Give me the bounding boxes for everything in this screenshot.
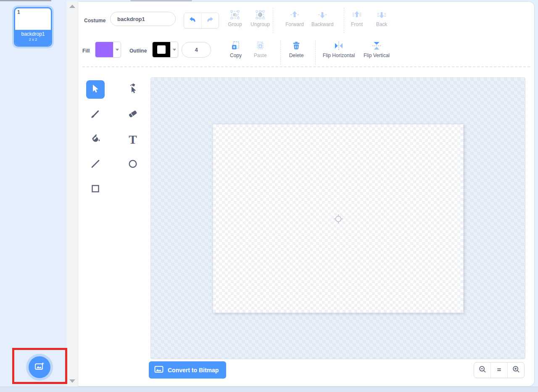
tool-brush[interactable] [86, 105, 105, 124]
stage-area[interactable] [213, 124, 464, 313]
tool-circle[interactable] [124, 155, 142, 174]
tool-line[interactable] [86, 155, 105, 174]
tool-rectangle[interactable] [86, 180, 105, 199]
forward-icon [289, 9, 300, 20]
text-tool-icon: T [129, 134, 137, 146]
backdrop-thumbnail-selected[interactable]: 1 backdrop1 2 x 2 [12, 5, 54, 48]
flip-horizontal-button[interactable]: Flip Horizontal [319, 40, 358, 64]
paint-editor-panel: Costume Group [78, 1, 535, 387]
copy-icon [230, 40, 241, 51]
redo-icon [206, 15, 215, 26]
select-cursor-icon [90, 84, 100, 95]
outline-label: Outline [129, 48, 147, 54]
backdrop-index: 1 [17, 9, 20, 15]
zoom-in-button[interactable] [507, 363, 524, 378]
tool-reshape[interactable] [124, 80, 142, 99]
front-label: Front [351, 21, 363, 27]
group-label: Group [228, 21, 242, 27]
toolbar-separator [82, 66, 530, 67]
paste-label: Paste [254, 53, 267, 58]
sidebar-scrollbar[interactable] [66, 1, 78, 387]
ungroup-label: Ungroup [251, 21, 270, 27]
separator [315, 40, 316, 65]
costume-label: Costume [84, 18, 105, 24]
chevron-down-icon [173, 49, 176, 51]
backdrop-sidebar: 1 backdrop1 2 x 2 [0, 1, 66, 387]
back-label: Back [376, 21, 388, 27]
outline-color-value [153, 42, 170, 57]
ungroup-button[interactable]: Ungroup [248, 9, 272, 33]
canvas-center-crosshair-icon [332, 213, 345, 227]
front-button[interactable]: Front [345, 9, 369, 33]
outline-color-swatch[interactable] [152, 42, 178, 58]
choose-backdrop-button[interactable] [26, 354, 53, 381]
line-icon [90, 159, 100, 171]
delete-button[interactable]: Delete [285, 40, 308, 64]
circle-icon [128, 159, 138, 171]
costume-name-input[interactable] [110, 12, 176, 26]
zoom-in-icon [512, 365, 521, 376]
tool-eraser[interactable] [124, 105, 142, 124]
copy-label: Copy [230, 53, 242, 58]
front-icon [351, 9, 362, 20]
scroll-down-icon[interactable] [69, 379, 75, 383]
backward-label: Backward [311, 21, 334, 27]
separator [344, 8, 344, 33]
backdrop-image-icon [34, 360, 45, 374]
convert-to-bitmap-button[interactable]: Convert to Bitmap [149, 361, 226, 379]
fill-dropdown[interactable] [113, 42, 121, 57]
chevron-down-icon [116, 49, 119, 51]
flip-horizontal-label: Flip Horizontal [323, 53, 355, 58]
scroll-up-icon[interactable] [69, 5, 75, 8]
group-icon [229, 9, 240, 20]
tool-select[interactable] [86, 80, 105, 99]
paste-icon [255, 40, 266, 51]
separator [273, 8, 273, 33]
copy-button[interactable]: Copy [224, 40, 248, 64]
zoom-out-button[interactable] [474, 363, 491, 378]
forward-button[interactable]: Forward [282, 9, 307, 33]
flip-vertical-button[interactable]: Flip Vertical [358, 40, 395, 64]
window-bottom-strip [0, 387, 538, 392]
zoom-reset-icon: = [497, 366, 501, 374]
group-button[interactable]: Group [223, 9, 247, 33]
brush-icon [90, 108, 101, 121]
bitmap-image-icon [154, 364, 164, 376]
forward-label: Forward [285, 21, 304, 27]
fill-color-value [95, 42, 113, 57]
reshape-icon [127, 83, 138, 96]
fill-color-swatch[interactable] [95, 42, 121, 58]
fill-label: Fill [82, 48, 90, 54]
backward-icon [317, 9, 328, 20]
zoom-controls: = [474, 362, 525, 378]
zoom-reset-button[interactable]: = [491, 363, 507, 378]
zoom-out-icon [478, 365, 487, 376]
convert-to-bitmap-label: Convert to Bitmap [168, 367, 219, 374]
back-icon [376, 9, 387, 20]
rectangle-icon [90, 184, 100, 195]
eraser-icon [127, 108, 138, 121]
flip-vertical-label: Flip Vertical [364, 53, 390, 58]
flip-vertical-icon [371, 40, 382, 51]
outline-dropdown[interactable] [170, 42, 178, 57]
paste-button[interactable]: Paste [248, 40, 272, 64]
trash-icon [291, 40, 301, 51]
back-button[interactable]: Back [369, 9, 394, 33]
separator [280, 40, 281, 65]
redo-button[interactable] [201, 13, 219, 28]
tool-text[interactable]: T [124, 130, 142, 149]
flip-horizontal-icon [333, 40, 344, 51]
paint-canvas[interactable] [150, 77, 525, 359]
choose-backdrop-button-circle[interactable] [29, 356, 50, 378]
stroke-width-input[interactable] [182, 42, 211, 58]
ungroup-icon [255, 9, 266, 20]
delete-label: Delete [289, 53, 304, 58]
undo-button[interactable] [184, 13, 201, 28]
tool-fill[interactable] [86, 130, 105, 149]
paint-bucket-icon [90, 133, 101, 146]
backdrop-thumbnail-name: backdrop1 [15, 31, 51, 37]
undo-redo-group [184, 13, 219, 29]
backdrop-thumbnail-footer: backdrop1 2 x 2 [15, 30, 51, 45]
backdrop-thumbnail-card[interactable]: 1 backdrop1 2 x 2 [14, 7, 52, 47]
backward-button[interactable]: Backward [309, 9, 336, 33]
